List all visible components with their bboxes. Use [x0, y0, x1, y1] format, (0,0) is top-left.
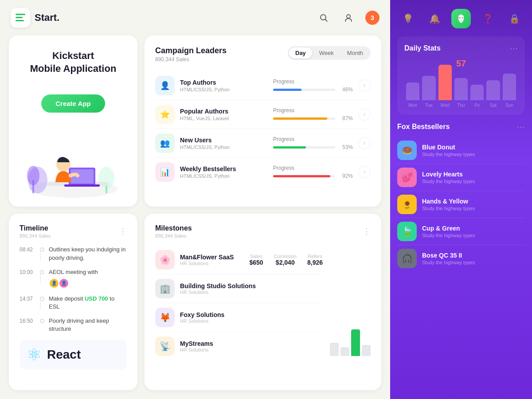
stat-commission: Comission $2,040 — [274, 254, 297, 266]
fox-item-info: Cup & Green Study the highway types — [422, 225, 525, 238]
milestones-header: Milestones 890,344 Sales ⋮ — [155, 224, 371, 239]
fox-item[interactable]: 🎧 Bose QC 35 II Study the highway types — [397, 245, 525, 272]
campaign-row-arrow[interactable]: › — [358, 137, 371, 149]
timeline-content: AEOL meeting with 👤 👤 — [49, 268, 98, 289]
svg-point-18 — [462, 17, 463, 19]
mini-bar — [351, 329, 360, 356]
notification-badge[interactable]: 3 — [365, 11, 379, 25]
svg-point-17 — [459, 17, 461, 19]
fox-item-sub: Study the highway types — [422, 260, 525, 265]
timeline-items: 08:42 Outlines keep you indulging in poo… — [20, 246, 127, 333]
milestones-menu-icon[interactable]: ⋮ — [363, 227, 371, 236]
fox-item-thumb: 🌻 — [397, 195, 417, 214]
mini-bar — [362, 345, 371, 356]
fox-item[interactable]: 🍃 Cup & Green Study the highway types — [397, 218, 525, 245]
campaign-row-info: New Users HTML/CSS/JS, Python — [180, 137, 268, 150]
timeline-menu-icon[interactable]: ⋮ — [119, 227, 127, 236]
nav-icon-fox[interactable] — [451, 9, 471, 28]
campaign-row-icon: 👤 — [155, 76, 175, 95]
milestone-info: Man&Flower SaaS HR Solutions — [180, 254, 244, 266]
right-panel: 💡 🔔 ❓ 🔒 Daily Stats ⋯ 57 MonTueWedThuFri… — [390, 0, 532, 399]
timeline-line — [40, 252, 41, 261]
fox-item-info: Lovely Hearts Study the highway types — [422, 171, 525, 184]
milestone-stats: Sales $650 Comission $2,040 Refers 8,926 — [249, 254, 323, 266]
chart-bar-wrap: Fri — [470, 85, 484, 108]
timeline-dot — [40, 247, 44, 252]
chart-bar — [438, 65, 452, 100]
fox-item-info: Blue Donut Study the highway types — [422, 144, 525, 157]
fox-item[interactable]: 🌻 Hands & Yellow Study the highway types — [397, 191, 525, 218]
tab-month[interactable]: Month — [341, 47, 369, 59]
campaign-row-tags: HTML/CSS/JS, Python — [180, 173, 268, 179]
campaign-row-arrow[interactable]: › — [358, 108, 371, 121]
search-icon[interactable] — [316, 10, 332, 26]
campaign-row-progress: Progress 87% — [273, 107, 353, 121]
create-app-button[interactable]: Create App — [41, 94, 105, 113]
campaign-row-name: Popular Authors — [180, 108, 268, 115]
fox-title: Fox Bestsellers — [397, 123, 450, 131]
daily-stats-header: Daily Stats ⋯ — [404, 43, 518, 53]
campaign-row-tags: HTML/CSS/JS, Python — [180, 87, 268, 92]
fox-item-info: Hands & Yellow Study the highway types — [422, 198, 525, 211]
campaign-row-arrow[interactable]: › — [358, 79, 371, 92]
tab-week[interactable]: Week — [313, 47, 340, 59]
nav-icon-lock[interactable]: 🔒 — [505, 9, 524, 28]
nav-icon-help[interactable]: ❓ — [478, 9, 497, 28]
user-icon[interactable] — [340, 10, 356, 26]
chart-bar — [422, 76, 435, 100]
chart-label: Mon — [408, 103, 417, 108]
campaign-row: 👥 New Users HTML/CSS/JS, Python Progress… — [155, 129, 371, 158]
chart-bar — [454, 78, 468, 100]
timeline-content: Outlines keep you indulging in poorly dr… — [49, 246, 127, 262]
chart-label: Fri — [474, 103, 480, 108]
fox-item-sub: Study the highway types — [422, 152, 525, 157]
fox-item-name: Bose QC 35 II — [422, 252, 525, 259]
fox-item-thumb: 🍩 — [397, 141, 417, 160]
react-atom-icon: ⚛ — [27, 345, 42, 364]
timeline-line — [40, 274, 41, 283]
timeline-time: 08:42 — [20, 246, 35, 253]
fox-item[interactable]: 🍩 Blue Donut Study the highway types — [397, 137, 525, 164]
fox-item-name: Blue Donut — [422, 144, 525, 151]
campaign-row-icon: 👥 — [155, 133, 175, 153]
milestones-card: Milestones 890,344 Sales ⋮ 🌸 Man&Flower … — [145, 214, 381, 390]
fox-menu[interactable]: ⋯ — [517, 122, 525, 132]
fox-item-thumb: 💕 — [397, 168, 417, 187]
fox-item-sub: Study the highway types — [422, 233, 525, 238]
avatar-group: 👤 👤 — [49, 278, 98, 289]
chart-label: Tue — [425, 103, 433, 108]
mini-bar — [340, 347, 349, 356]
nav-icon-light[interactable]: 💡 — [398, 9, 418, 28]
kickstart-title: Kickstart Mobile Application — [30, 50, 117, 75]
chart-bar — [470, 85, 484, 100]
kickstart-card: Kickstart Mobile Application Create App — [9, 35, 137, 207]
fox-item-name: Hands & Yellow — [422, 198, 525, 205]
daily-stats-menu[interactable]: ⋯ — [510, 43, 518, 53]
tab-day[interactable]: Day — [289, 47, 312, 59]
fox-item-name: Lovely Hearts — [422, 171, 525, 178]
campaign-card: Campaign Leaders 890,344 Sales Day Week … — [145, 35, 381, 207]
tab-group: Day Week Month — [288, 46, 371, 60]
timeline-time: 10:00 — [20, 268, 35, 275]
milestones-chart — [330, 334, 371, 356]
svg-rect-0 — [16, 14, 25, 15]
campaign-row-tags: HTML, VueJS, Laravel — [180, 116, 268, 121]
logo: Start. — [11, 8, 59, 27]
chart-bar-wrap: Sat — [486, 80, 500, 108]
campaign-row-arrow[interactable]: › — [358, 166, 371, 178]
campaign-row-name: Weekly Bestsellers — [180, 165, 268, 172]
react-label: React — [47, 348, 81, 362]
nav-icon-alert[interactable]: 🔔 — [425, 9, 444, 28]
stat-refers: Refers 8,926 — [307, 254, 323, 266]
fox-item[interactable]: 💕 Lovely Hearts Study the highway types — [397, 164, 525, 191]
milestone-icon: 🦊 — [155, 308, 175, 327]
milestones-subtitle: 890,344 Sales — [155, 233, 192, 239]
campaign-rows: 👤 Top Authors HTML/CSS/JS, Python Progre… — [155, 71, 371, 186]
timeline-item: 08:42 Outlines keep you indulging in poo… — [20, 246, 127, 262]
kickstart-illustration — [24, 136, 122, 198]
fox-item-info: Bose QC 35 II Study the highway types — [422, 252, 525, 265]
chart-bar-wrap: Mon — [406, 82, 419, 108]
svg-rect-14 — [70, 169, 94, 184]
daily-stats-peak: 57 — [404, 59, 518, 69]
campaign-row: 📊 Weekly Bestsellers HTML/CSS/JS, Python… — [155, 158, 371, 186]
